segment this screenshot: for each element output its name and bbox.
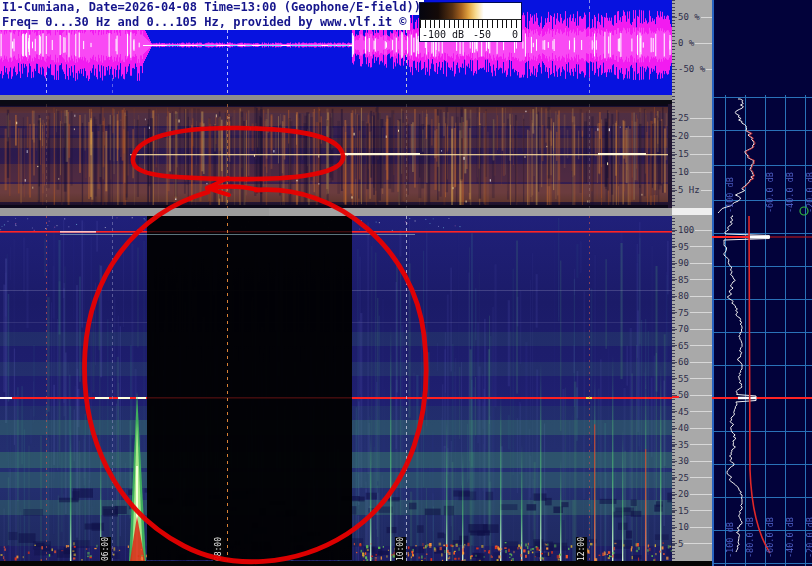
freq-tick-label-bottom: 45 xyxy=(672,407,712,417)
freq-tick-label-bottom: 35 xyxy=(672,440,712,450)
freq-tick-label-bottom: 100 xyxy=(672,225,712,235)
freq-tick-label-bottom: 85 xyxy=(672,275,712,285)
amplitude-tick-label: 0 % xyxy=(672,38,712,48)
freq-tick-label-bottom: 65 xyxy=(672,341,712,351)
title-line-2: Freq= 0...30 Hz and 0...105 Hz, provided… xyxy=(0,15,410,30)
freq-tick-label-bottom: 95 xyxy=(672,242,712,252)
freq-tick-label-top: 10 xyxy=(672,167,712,177)
colorbar-labels: -100 dB -50 0 xyxy=(420,28,521,41)
freq-tick-label-bottom: 15 xyxy=(672,506,712,516)
colorbar-min-label: -100 dB xyxy=(422,28,464,41)
colorbar-gradient xyxy=(420,3,521,20)
freq-tick-label-bottom: 20 xyxy=(672,489,712,499)
freq-tick-label-bottom: 75 xyxy=(672,308,712,318)
freq-tick-label-top: 5 Hz xyxy=(672,185,712,195)
vlf-monitor-screen: 50 %0 %-50 %252015105 Hz1009590858075706… xyxy=(0,0,812,566)
db-axis-label: -60.0 dB xyxy=(766,506,775,558)
freq-tick-label-bottom: 10 xyxy=(672,522,712,532)
db-axis-label: -60.0 dB xyxy=(766,161,775,213)
station-title: I1-Cumiana, Date=2026-04-08 Time=13:00 (… xyxy=(0,0,424,30)
title-line-1: I1-Cumiana, Date=2026-04-08 Time=13:00 (… xyxy=(0,0,424,15)
frequency-scale-strip: 50 %0 %-50 %252015105 Hz1009590858075706… xyxy=(672,0,712,561)
freq-tick-label-top: 15 xyxy=(672,149,712,159)
freq-tick-label-top: 20 xyxy=(672,131,712,141)
freq-tick-label-bottom: 55 xyxy=(672,374,712,384)
amplitude-tick-label: 50 % xyxy=(672,12,712,22)
time-axis-label: 12:00 xyxy=(576,537,587,562)
db-colorbar: -100 dB -50 0 xyxy=(419,2,522,42)
freq-tick-label-bottom: 25 xyxy=(672,473,712,483)
colorbar-mid-label: -50 xyxy=(473,28,491,41)
freq-tick-label-bottom: 60 xyxy=(672,357,712,367)
freq-tick-label-bottom: 5 xyxy=(672,539,712,549)
freq-tick-label-top: 25 xyxy=(672,113,712,123)
freq-tick-label-bottom: 40 xyxy=(672,423,712,433)
separator-bar xyxy=(0,208,672,216)
spectrum-graphs-panel xyxy=(712,0,812,566)
db-axis-label: -40.0 dB xyxy=(786,161,795,213)
db-axis-label: -20.0 dB xyxy=(806,161,812,213)
colorbar-max-label: 0 xyxy=(512,28,518,41)
db-axis-label: -80.0 dB xyxy=(746,506,755,558)
amplitude-tick-label: -50 % xyxy=(672,64,712,74)
db-axis-label: -100 dB xyxy=(726,506,735,558)
freq-tick-label-bottom: 70 xyxy=(672,324,712,334)
db-axis-label: -100 dB xyxy=(726,161,735,213)
spectrogram-0-105hz xyxy=(0,216,672,561)
colorbar-ticks xyxy=(420,20,521,28)
db-axis-label: -40.0 dB xyxy=(786,506,795,558)
spectrogram-0-30hz xyxy=(0,104,672,208)
freq-tick-label-bottom: 80 xyxy=(672,291,712,301)
time-axis-label: 06:00 xyxy=(100,537,111,562)
scale-separator xyxy=(672,208,712,215)
db-axis-label: -20.0 dB xyxy=(806,506,812,558)
time-axis-label: 10:00 xyxy=(395,537,406,562)
freq-tick-label-bottom: 50 xyxy=(672,390,712,400)
freq-tick-label-bottom: 90 xyxy=(672,258,712,268)
freq-tick-label-bottom: 30 xyxy=(672,456,712,466)
time-axis-label: 08:00 xyxy=(213,537,224,562)
